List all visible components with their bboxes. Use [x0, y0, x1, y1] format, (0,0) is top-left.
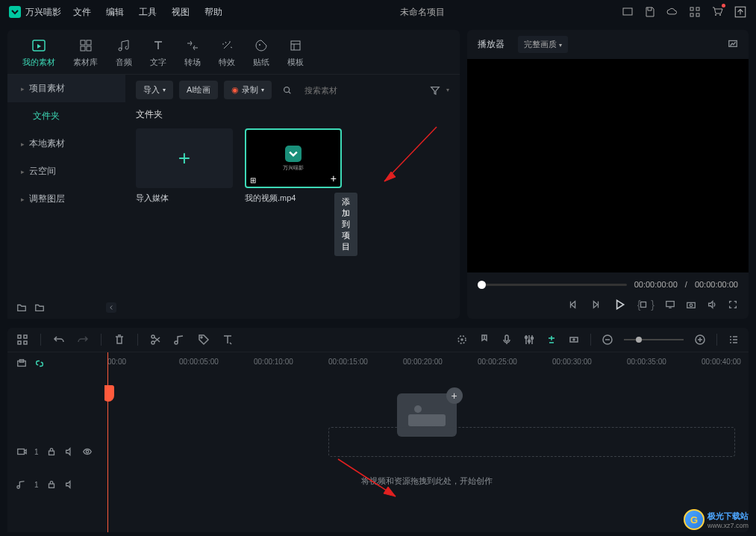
snapshot-icon[interactable] [728, 38, 738, 49]
zoom-slider[interactable] [624, 339, 684, 340]
video-track-header[interactable]: 1 [7, 442, 104, 461]
add-icon[interactable]: + [331, 172, 337, 184]
tab-text[interactable]: 文字 [150, 37, 166, 68]
audio-track-header[interactable]: 1 [7, 475, 104, 494]
menu-edit[interactable]: 编辑 [106, 6, 124, 19]
grid-icon[interactable] [16, 334, 28, 346]
playhead[interactable] [107, 352, 108, 532]
ripple-icon[interactable] [568, 334, 580, 346]
seek-bar[interactable] [478, 284, 627, 286]
volume-icon[interactable] [707, 299, 717, 310]
tab-transition[interactable]: 转场 [184, 37, 201, 68]
menu-tools[interactable]: 工具 [139, 6, 157, 19]
search-input[interactable] [299, 82, 424, 99]
text-tool-icon[interactable] [222, 334, 234, 346]
watermark: G 极光下载站 www.xz7.com [684, 509, 749, 530]
menu-help[interactable]: 帮助 [204, 6, 222, 19]
time-current: 00:00:00:00 [634, 280, 678, 289]
eye-icon[interactable] [82, 446, 93, 457]
lock-icon[interactable] [46, 446, 57, 457]
menu-view[interactable]: 视图 [172, 6, 190, 19]
filter-icon[interactable] [430, 85, 440, 96]
export-icon[interactable] [734, 5, 747, 19]
camera-icon[interactable] [686, 299, 696, 310]
svg-rect-11 [81, 46, 85, 51]
folder-icon[interactable] [34, 302, 45, 313]
svg-rect-14 [291, 41, 300, 50]
tab-effects[interactable]: 特效 [219, 37, 235, 68]
film-icon: ⊞ [250, 176, 256, 184]
lock-icon[interactable] [46, 479, 57, 490]
quality-select[interactable]: 完整画质 ▾ [518, 36, 568, 53]
tab-template[interactable]: 模板 [287, 37, 304, 68]
undo-icon[interactable] [53, 334, 65, 346]
zoom-out-icon[interactable] [602, 334, 613, 346]
svg-rect-23 [18, 341, 21, 344]
timeline-canvas[interactable]: 00:00 00:00:05:00 00:00:10:00 00:00:15:0… [104, 352, 749, 532]
tab-audio[interactable]: 音频 [116, 37, 132, 68]
import-media-thumb[interactable]: + 导入媒体 [136, 128, 233, 204]
svg-point-6 [719, 14, 721, 16]
preview-video[interactable] [467, 59, 749, 272]
link-icon[interactable] [34, 358, 45, 369]
magnet-icon[interactable] [546, 334, 557, 346]
split-icon[interactable] [150, 334, 162, 346]
redo-icon[interactable] [77, 334, 89, 346]
track-headers: 1 1 [7, 352, 104, 532]
save-icon[interactable] [644, 6, 656, 18]
apps-icon[interactable] [689, 6, 701, 18]
video-thumb[interactable]: 万兴喵影 ⊞ + 我的视频.mp4 添加到项目 [245, 128, 342, 204]
record-button[interactable]: ◉ 录制 ▾ [224, 81, 272, 99]
folder-label: 文件夹 [136, 108, 449, 121]
search-icon[interactable] [282, 85, 293, 96]
prev-frame-icon[interactable] [568, 299, 578, 310]
display-icon[interactable] [665, 299, 675, 310]
audio-detach-icon[interactable] [174, 334, 186, 346]
cloud-icon[interactable] [666, 6, 678, 18]
cart-icon[interactable] [711, 5, 723, 17]
svg-rect-22 [24, 335, 27, 338]
mic-icon[interactable] [501, 334, 513, 346]
svg-point-27 [201, 337, 202, 338]
svg-point-26 [151, 341, 154, 344]
svg-rect-10 [87, 40, 91, 45]
svg-rect-24 [24, 341, 27, 344]
drop-zone[interactable] [328, 427, 735, 457]
collapse-icon[interactable] [106, 302, 116, 313]
menu-file[interactable]: 文件 [73, 6, 91, 19]
time-ruler[interactable]: 00:00 00:00:05:00 00:00:10:00 00:00:15:0… [104, 352, 749, 370]
time-total: 00:00:00:00 [695, 280, 738, 289]
delete-icon[interactable] [113, 334, 125, 346]
svg-point-42 [86, 450, 89, 453]
sidebar-local[interactable]: 本地素材 [7, 130, 125, 158]
tag-icon[interactable] [198, 334, 210, 346]
clip-icon[interactable] [16, 358, 27, 369]
tab-material-lib[interactable]: 素材库 [73, 37, 98, 68]
zoom-in-icon[interactable] [694, 334, 706, 346]
sidebar-project-material[interactable]: 项目素材 [7, 75, 125, 102]
import-button[interactable]: 导入 ▾ [136, 81, 173, 99]
fullscreen-icon[interactable] [728, 299, 738, 310]
app-name: 万兴喵影 [25, 6, 61, 19]
step-back-icon[interactable] [590, 299, 601, 310]
tab-my-material[interactable]: 我的素材 [22, 37, 55, 68]
sidebar-cloud[interactable]: 云空间 [7, 158, 125, 185]
monitor-icon[interactable] [622, 6, 634, 18]
svg-point-25 [151, 335, 154, 338]
mark-in-icon[interactable]: { [637, 299, 641, 311]
sidebar-adjust[interactable]: 调整图层 [7, 185, 125, 213]
mute-icon[interactable] [64, 479, 75, 490]
new-folder-icon[interactable] [16, 302, 27, 313]
list-icon[interactable] [728, 334, 740, 346]
play-icon[interactable] [613, 298, 626, 311]
marker-icon[interactable] [478, 334, 490, 346]
ai-paint-button[interactable]: AI绘画 [179, 81, 218, 99]
sidebar-folder[interactable]: 文件夹 [7, 102, 125, 130]
mixer-icon[interactable] [523, 334, 535, 346]
mark-out-icon[interactable]: } [651, 299, 655, 311]
mute-icon[interactable] [64, 446, 75, 457]
target-icon[interactable] [456, 334, 468, 346]
watermark-logo-icon: G [684, 509, 705, 530]
svg-rect-4 [696, 13, 699, 16]
tab-sticker[interactable]: 贴纸 [253, 37, 269, 68]
